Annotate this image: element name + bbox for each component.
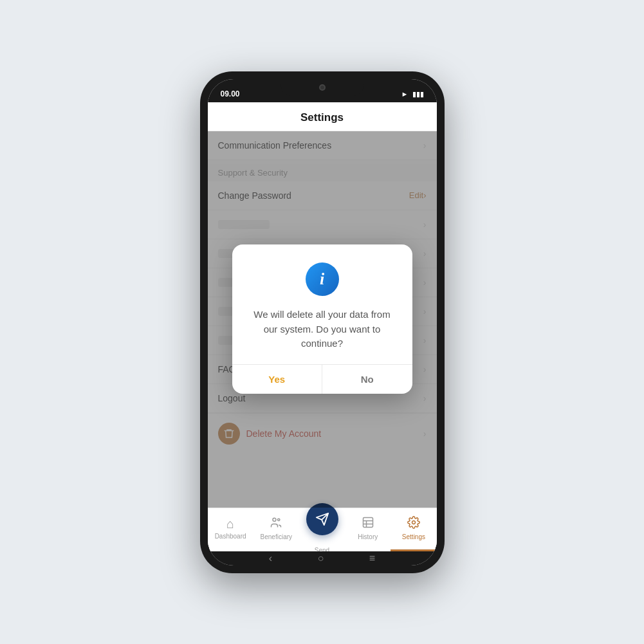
status-icons: ► ▮▮▮ <box>401 90 424 98</box>
dialog-footer: Yes No <box>232 364 412 394</box>
page-title: Settings <box>300 111 344 124</box>
settings-area: Communication Preferences › Support & Se… <box>208 131 437 508</box>
bottom-nav: ⌂ Dashboard Beneficiary <box>208 508 437 551</box>
no-button[interactable]: No <box>322 365 412 394</box>
history-icon <box>362 516 374 532</box>
dialog-overlay: i We will delete all your data from our … <box>208 131 437 508</box>
home-button[interactable]: ○ <box>318 553 324 564</box>
yes-button[interactable]: Yes <box>232 365 323 394</box>
nav-settings[interactable]: Settings <box>391 516 436 540</box>
nav-dashboard[interactable]: ⌂ Dashboard <box>208 517 253 540</box>
svg-point-0 <box>273 518 276 521</box>
beneficiary-icon <box>270 516 282 532</box>
info-icon-circle: i <box>306 262 339 296</box>
beneficiary-label: Beneficiary <box>261 533 292 540</box>
svg-point-6 <box>412 521 415 524</box>
nav-beneficiary[interactable]: Beneficiary <box>253 516 299 540</box>
info-icon: i <box>320 270 324 289</box>
send-icon <box>315 512 329 526</box>
wifi-icon: ► <box>401 90 409 98</box>
phone-frame: 09.00 ► ▮▮▮ Settings Communication Prefe… <box>200 71 445 573</box>
dialog-message: We will delete all your data from our sy… <box>248 308 397 351</box>
nav-history[interactable]: History <box>345 516 391 540</box>
home-indicator-bar: ‹ ○ ≡ <box>208 551 437 566</box>
dashboard-label: Dashboard <box>215 533 246 540</box>
nav-send[interactable]: Send <box>299 503 345 551</box>
confirmation-dialog: i We will delete all your data from our … <box>232 244 412 394</box>
send-button[interactable] <box>306 503 338 535</box>
settings-icon <box>407 516 420 532</box>
send-label: Send <box>315 547 329 551</box>
nav-active-indicator <box>391 549 436 551</box>
svg-rect-2 <box>363 518 373 528</box>
dialog-body: i We will delete all your data from our … <box>232 244 412 364</box>
app-header: Settings <box>208 102 437 131</box>
status-time: 09.00 <box>221 89 240 98</box>
front-camera <box>319 84 326 91</box>
history-label: History <box>358 533 378 540</box>
screen-content: Settings Communication Preferences › Sup… <box>208 102 437 551</box>
phone-notch <box>281 79 364 96</box>
svg-point-1 <box>278 519 280 520</box>
settings-label: Settings <box>402 533 425 540</box>
phone-screen: 09.00 ► ▮▮▮ Settings Communication Prefe… <box>208 79 437 566</box>
dashboard-icon: ⌂ <box>226 517 234 531</box>
battery-icon: ▮▮▮ <box>412 90 424 98</box>
menu-button[interactable]: ≡ <box>369 553 375 564</box>
back-button[interactable]: ‹ <box>269 553 272 564</box>
